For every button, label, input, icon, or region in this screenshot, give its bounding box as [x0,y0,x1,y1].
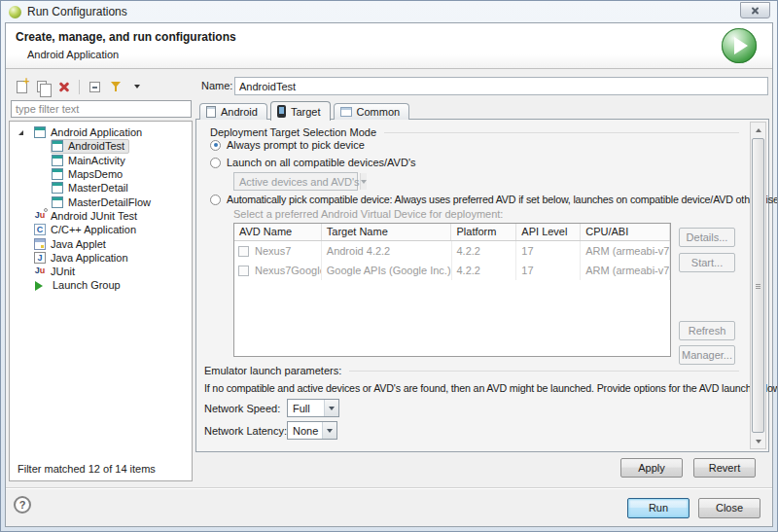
cell-api-level: 17 [516,241,581,261]
android-config-icon [206,106,216,118]
name-label: Name: [201,80,232,91]
deployment-mode-group-title: Deployment Target Selection Mode [210,126,739,138]
column-header-platform[interactable]: Platform [451,224,516,240]
radio-button-icon[interactable] [210,140,221,151]
configurations-toolbar [12,77,147,96]
tree-item-masterdetail[interactable]: MasterDetail [51,181,133,195]
table-row-nexus7google[interactable]: Nexus7GoogleGoogle APIs (Google Inc.)4.2… [234,261,670,280]
network-latency-combo[interactable]: None [287,421,337,440]
tree-item-mainactivity[interactable]: MainActivity [51,154,130,167]
duplicate-launch-configuration-icon [37,81,47,92]
refresh-button[interactable]: Refresh [679,321,735,340]
preferred-avd-label: Select a preferred Android Virtual Devic… [233,208,503,220]
name-input[interactable] [234,77,768,95]
tree-item-android-application[interactable]: Android Application [33,125,147,139]
radio-button-icon[interactable] [210,195,221,205]
dialog-subheading: Android Application [27,49,119,60]
tree-item-mapsdemo[interactable]: MapsDemo [51,167,127,181]
tree-item-label: Java Applet [51,238,106,250]
network-speed-row: Network Speed: [204,399,280,417]
toolbar-filter-launch-configurations-button[interactable] [106,78,125,95]
column-header-cpu-abi[interactable]: CPU/ABI [581,224,670,240]
start-button[interactable]: Start... [679,253,735,272]
config-tree: Android ApplicationAndroidTestMainActivi… [10,125,192,293]
toolbar-view-menu-dropdown-button[interactable] [127,78,147,95]
tree-expander-icon[interactable] [18,130,23,135]
tree-item-label: C/C++ Application [51,224,136,235]
tree-item-java-applet[interactable]: Java Applet [33,236,111,250]
column-header-avd-name[interactable]: AVD Name [234,224,322,240]
vertical-scrollbar[interactable] [750,122,766,449]
tree-item-label: Launch Group [53,279,121,291]
radio-always-prompt[interactable]: Always prompt to pick device [210,138,365,152]
tree-item-java-application[interactable]: JJava Application [33,251,133,265]
apply-button[interactable]: Apply [620,458,683,478]
radio-button-icon[interactable] [210,158,221,168]
tree-item-junit[interactable]: JuJUnit [33,265,80,278]
group-title-text: Deployment Target Selection Mode [210,126,376,138]
tree-item-androidtest[interactable]: AndroidTest [51,139,129,153]
filter-input[interactable]: type filter text [11,100,192,118]
close-window-button[interactable] [740,2,770,18]
phone-icon [277,105,286,118]
toolbar-delete-launch-configuration-button[interactable] [54,78,74,95]
android-application-icon [52,140,63,152]
active-devices-combo[interactable]: Active devices and AVD's [233,172,358,191]
column-header-api-level[interactable]: API Level [516,224,581,240]
manager-button[interactable]: Manager... [679,345,735,365]
scrollbar-thumb[interactable] [752,138,764,433]
scroll-up-icon[interactable] [751,123,765,137]
tab-label: Common [357,106,401,118]
configurations-tree-panel: Android ApplicationAndroidTestMainActivi… [9,121,193,481]
dialog-heading: Create, manage, and run configurations [16,30,236,44]
table-row-nexus7[interactable]: Nexus7Android 4.2.24.2.217ARM (armeabi-v… [234,241,670,261]
column-header-target-name[interactable]: Target Name [322,224,452,240]
new-launch-configuration-icon [17,81,27,93]
tree-item-launch-group[interactable]: Launch Group [33,278,125,292]
titlebar[interactable]: Run Configurations [1,1,777,22]
close-button[interactable]: Close [698,498,760,518]
chevron-down-icon [324,400,338,416]
toolbar-duplicate-launch-configuration-button[interactable] [33,78,53,95]
tree-item-android-junit-test[interactable]: JuAndroid JUnit Test [33,209,142,223]
view-menu-dropdown-icon [134,85,140,89]
avd-checkbox[interactable] [238,266,249,276]
avd-checkbox[interactable] [238,246,249,257]
revert-button[interactable]: Revert [693,458,756,478]
scroll-down-icon[interactable] [751,434,765,448]
tab-common[interactable]: Common [334,103,410,120]
table-icon [340,107,352,117]
window-title: Run Configurations [27,5,127,18]
network-speed-combo[interactable]: Full [287,399,339,417]
junit-icon: Ju [34,266,46,277]
network-latency-label: Network Latency: [204,425,287,437]
android-application-icon [52,168,63,180]
cell-target-name: Google APIs (Google Inc.) [322,261,452,280]
radio-label: Automatically pick compatible device: Al… [227,194,778,205]
tree-item-c-c-application[interactable]: CC/C++ Application [33,223,141,236]
radio-automatically-pick[interactable]: Automatically pick compatible device: Al… [210,193,778,206]
tree-item-label: MainActivity [68,155,125,166]
chevron-down-icon [322,422,336,439]
android-application-icon [52,155,63,166]
close-icon [751,6,760,15]
avd-table: AVD NameTarget NamePlatformAPI LevelCPU/… [233,223,671,357]
tree-item-masterdetailflow[interactable]: MasterDetailFlow [51,195,156,208]
tree-item-label: Android JUnit Test [51,210,137,222]
help-button[interactable]: ? [14,496,31,514]
run-button[interactable]: Run [627,498,690,518]
tab-label: Android [221,106,258,118]
cell-platform: 4.2.2 [452,241,517,261]
java-application-icon: J [34,252,46,264]
toolbar-new-launch-configuration-button[interactable] [12,78,31,95]
cell-api-level: 17 [516,261,581,280]
network-speed-label: Network Speed: [204,403,280,414]
tab-android[interactable]: Android [199,103,267,120]
details-button[interactable]: Details... [679,228,735,247]
tab-target[interactable]: Target [270,101,331,121]
radio-launch-all-compatible[interactable]: Launch on all compatible devices/AVD's [210,156,416,169]
cell-avd-name: Nexus7Google [234,261,322,280]
filter-launch-configurations-icon [110,81,122,92]
delete-launch-configuration-icon [58,81,70,92]
toolbar-collapse-all-button[interactable] [85,78,104,95]
